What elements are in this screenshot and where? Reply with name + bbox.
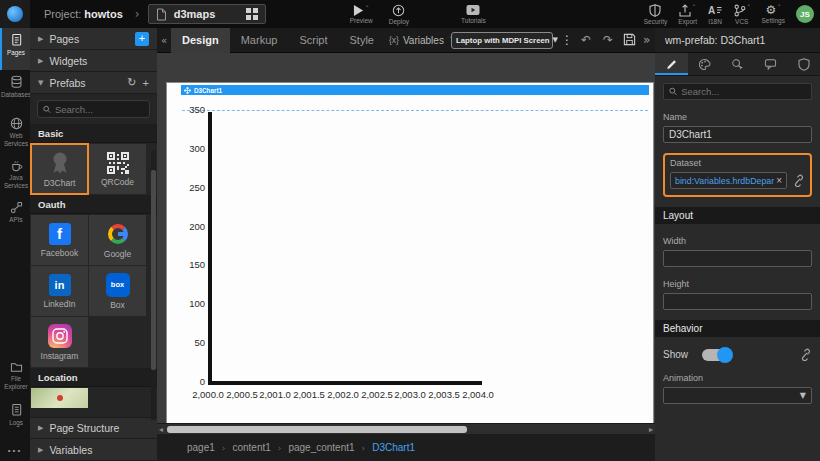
tab-security[interactable] — [787, 53, 820, 75]
export-icon — [679, 4, 691, 17]
width-input[interactable] — [663, 250, 812, 267]
section-pages[interactable]: ▶ Pages + — [30, 28, 157, 50]
instagram-icon — [48, 324, 72, 348]
rail-more-icon[interactable]: ••• — [0, 440, 30, 461]
award-ribbon-icon — [49, 151, 71, 175]
project-name: Project: howtos — [44, 8, 123, 20]
y-tick: 200 — [167, 221, 205, 232]
scrollbar-thumb[interactable] — [167, 426, 467, 433]
save-icon[interactable] — [623, 33, 636, 46]
rail-item-file-explorer[interactable]: File Explorer — [0, 356, 30, 398]
collapse-left-panel-button[interactable]: « — [157, 35, 171, 46]
chevron-down-icon: ˅ — [365, 5, 369, 13]
name-label: Name — [663, 112, 812, 122]
clear-binding-icon[interactable]: × — [776, 175, 782, 186]
prefab-search-input[interactable] — [55, 104, 144, 115]
rail-item-java-services[interactable]: Java Services — [0, 154, 30, 196]
selected-widget-bar[interactable]: D3Chart1 — [181, 85, 649, 95]
tab-script[interactable]: Script — [288, 28, 338, 53]
import-prefab-button[interactable]: + — [143, 77, 149, 89]
breadcrumb-d3chart1[interactable]: D3Chart1 — [372, 442, 415, 453]
animation-label: Animation — [663, 373, 812, 383]
breadcrumb-page1[interactable]: page1 — [187, 442, 215, 453]
section-widgets[interactable]: ▶ Widgets — [30, 50, 157, 72]
prefab-tile-location-map[interactable] — [31, 388, 88, 408]
caret-down-icon: ▼ — [553, 36, 558, 44]
google-icon — [106, 222, 130, 246]
name-input[interactable] — [663, 126, 812, 143]
caret-down-icon: ▼ — [800, 391, 806, 400]
design-canvas-page[interactable]: D3Chart1 350 300 250 200 150 100 50 0 2,… — [166, 82, 654, 423]
undo-icon[interactable]: ↶ — [581, 33, 591, 47]
rail-item-pages[interactable]: Pages — [0, 28, 30, 70]
canvas-horizontal-scrollbar[interactable]: ◂ ▸ — [157, 423, 655, 434]
tutorials-button[interactable]: Tutorials — [461, 0, 486, 28]
preview-button[interactable]: ˅ Preview — [350, 0, 373, 28]
bind-link-icon[interactable] — [792, 174, 805, 187]
breadcrumb-content1[interactable]: content1 — [232, 442, 270, 453]
wavemaker-logo[interactable] — [0, 0, 30, 28]
section-layout: Layout — [655, 207, 820, 224]
tab-properties[interactable] — [655, 53, 688, 75]
properties-search[interactable] — [663, 83, 812, 100]
tab-style[interactable]: Style — [339, 28, 385, 53]
prefab-tile-box[interactable]: box Box — [89, 266, 146, 316]
prefab-tile-d3chart[interactable]: D3Chart — [31, 144, 88, 194]
chevron-down-icon: ˅ — [777, 4, 781, 12]
prefab-search[interactable] — [37, 100, 150, 118]
panel-scrollbar[interactable] — [151, 150, 156, 420]
settings-button[interactable]: ⚙˅ Settings — [762, 0, 786, 28]
tab-design[interactable]: Design — [171, 28, 230, 53]
chevron-down-icon: ˅ — [692, 4, 696, 12]
selection-dashed-border — [182, 110, 648, 111]
rail-item-logs[interactable]: Logs — [0, 398, 30, 440]
dataset-bind-input[interactable] — [675, 176, 774, 186]
device-selector[interactable]: Laptop with MDPI Screen ▼ — [451, 32, 553, 49]
breadcrumb-separator: › — [362, 443, 366, 453]
breadcrumb-page-content1[interactable]: page_content1 — [288, 442, 354, 453]
y-tick: 100 — [167, 298, 205, 309]
security-button[interactable]: Security — [644, 0, 667, 28]
redo-icon[interactable]: ↷ — [603, 33, 613, 47]
export-button[interactable]: ˅ Export — [678, 0, 697, 28]
tab-messages[interactable] — [754, 53, 787, 75]
vcs-button[interactable]: ˅ VCS — [733, 0, 751, 28]
scroll-right-arrow[interactable]: ▸ — [649, 424, 653, 435]
section-variables[interactable]: ▶ Variables — [30, 439, 157, 461]
bind-link-icon[interactable] — [799, 348, 812, 361]
prefab-tile-facebook[interactable]: f Facebook — [31, 215, 88, 265]
rail-item-databases[interactable]: Databases — [0, 70, 30, 112]
y-tick: 150 — [167, 259, 205, 270]
add-page-button[interactable]: + — [135, 32, 149, 46]
tab-styles[interactable] — [688, 53, 721, 75]
pages-icon — [10, 33, 23, 47]
show-toggle[interactable] — [702, 349, 732, 361]
section-page-structure[interactable]: ▶ Page Structure — [30, 417, 157, 439]
page-tab-d3maps[interactable]: d3maps — [148, 4, 266, 24]
height-input[interactable] — [663, 293, 812, 310]
i18n-button[interactable]: A I18N — [708, 0, 722, 28]
user-avatar[interactable]: JS — [796, 5, 814, 23]
more-options-kebab-icon[interactable]: ⋮ — [561, 33, 573, 47]
group-header-location: Location — [30, 368, 157, 387]
prefab-tile-google[interactable]: Google — [89, 215, 146, 265]
section-prefabs[interactable]: ▼ Prefabs ↻ + — [30, 72, 157, 94]
collapse-right-panel-button[interactable]: » — [643, 33, 650, 47]
rail-item-apis[interactable]: APIs — [0, 196, 30, 238]
rail-item-web-services[interactable]: Web Services — [0, 112, 30, 154]
api-nodes-icon — [10, 201, 23, 214]
tab-events[interactable] — [721, 53, 754, 75]
variables-dropdown[interactable]: {x} Variables ˅ — [389, 35, 452, 46]
animation-select[interactable]: ▼ — [663, 387, 812, 404]
prefab-tile-qrcode[interactable]: QRCode — [89, 144, 146, 194]
refresh-icon[interactable]: ↻ — [127, 76, 136, 89]
properties-search-input[interactable] — [681, 86, 806, 97]
tab-markup[interactable]: Markup — [230, 28, 289, 53]
deploy-button[interactable]: Deploy — [389, 0, 409, 28]
prefab-tile-linkedin[interactable]: in LinkedIn — [31, 266, 88, 316]
dataset-bind-field[interactable]: × — [670, 172, 787, 189]
wavemaker-logo-icon — [7, 6, 23, 22]
scroll-left-arrow[interactable]: ◂ — [159, 424, 163, 435]
canvas-column: « Design Markup Script Style {x} Variabl… — [157, 28, 655, 461]
prefab-tile-instagram[interactable]: Instagram — [31, 317, 88, 367]
